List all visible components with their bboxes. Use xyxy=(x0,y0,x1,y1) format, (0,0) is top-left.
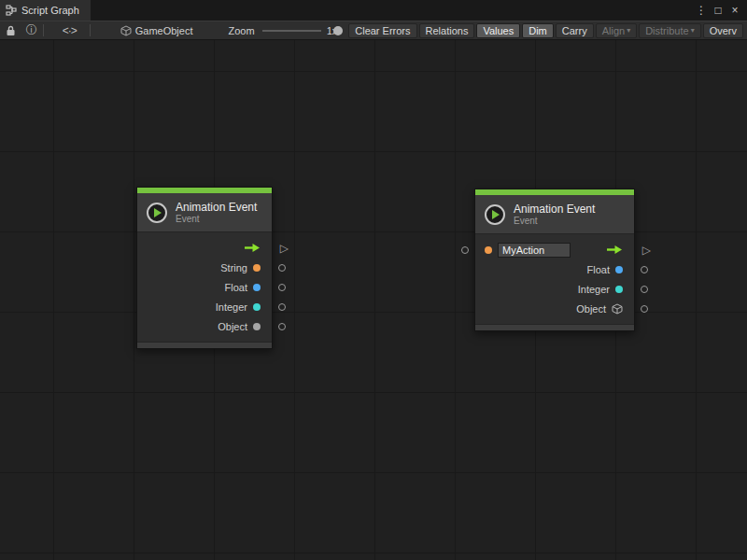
clear-errors-button[interactable]: Clear Errors xyxy=(348,23,416,38)
name-port-dot xyxy=(485,246,492,254)
port-row-object: Object xyxy=(137,316,272,336)
tab-script-graph[interactable]: Script Graph xyxy=(0,0,91,21)
port-label-object: Object xyxy=(218,321,247,332)
node-body: ▷ String Float Integer xyxy=(137,232,272,342)
graph-icon xyxy=(6,5,17,16)
distribute-button[interactable]: Distribute▾ xyxy=(639,23,700,38)
event-icon xyxy=(147,203,167,223)
close-icon[interactable]: × xyxy=(728,4,741,17)
integer-output-port[interactable] xyxy=(641,286,648,293)
float-port-dot xyxy=(615,266,623,273)
flow-arrow-icon xyxy=(606,245,623,255)
carry-button[interactable]: Carry xyxy=(556,23,594,38)
float-port-dot xyxy=(253,284,261,291)
play-icon xyxy=(492,210,500,219)
graph-toolbar: ⓘ <·> GameObject Zoom 1x Clear Errors Re… xyxy=(0,21,747,40)
flow-arrow-icon xyxy=(244,243,261,253)
string-output-port[interactable] xyxy=(278,264,286,272)
port-row-float: Float xyxy=(137,277,272,297)
node-subtitle: Event xyxy=(514,216,595,227)
zoom-slider[interactable] xyxy=(262,26,321,35)
graph-canvas[interactable]: Animation Event Event ▷ String Floa xyxy=(0,40,747,560)
node-header: Animation Event Event xyxy=(475,195,634,234)
node-animation-event-2[interactable]: Animation Event Event ▷ Float xyxy=(474,189,635,331)
play-icon xyxy=(154,208,162,217)
toolbar-divider xyxy=(43,24,44,36)
port-label-string: String xyxy=(220,262,247,273)
tab-title: Script Graph xyxy=(21,5,79,16)
overview-button[interactable]: Overv xyxy=(703,23,743,38)
node-subtitle: Event xyxy=(176,214,257,225)
object-cube-icon xyxy=(612,303,623,315)
port-row-flow: ▷ xyxy=(137,238,272,258)
zoom-slider-knob[interactable] xyxy=(333,26,343,35)
event-name-field[interactable] xyxy=(498,243,571,258)
port-label-object: Object xyxy=(576,303,606,315)
gameobject-label[interactable]: GameObject xyxy=(135,25,193,36)
lock-icon[interactable] xyxy=(6,25,17,36)
port-label-integer: Integer xyxy=(216,301,247,313)
node-header: Animation Event Event xyxy=(137,193,272,232)
port-label-float: Float xyxy=(225,282,247,293)
node-footer xyxy=(475,324,634,330)
name-input-port[interactable] xyxy=(461,246,469,254)
node-animation-event-1[interactable]: Animation Event Event ▷ String Floa xyxy=(136,187,273,349)
object-output-port[interactable] xyxy=(641,305,648,313)
event-icon xyxy=(485,204,505,225)
port-row-float: Float xyxy=(475,259,634,279)
object-output-port[interactable] xyxy=(278,323,286,330)
integer-port-dot xyxy=(253,303,261,311)
node-title: Animation Event xyxy=(514,203,595,216)
zoom-label: Zoom xyxy=(228,25,254,36)
port-row-string: String xyxy=(137,258,272,277)
node-body: ▷ Float Integer Object xyxy=(475,234,634,324)
port-label-float: Float xyxy=(587,264,610,275)
port-label-integer: Integer xyxy=(578,284,610,295)
integer-output-port[interactable] xyxy=(278,303,286,311)
flow-output-port[interactable]: ▷ xyxy=(642,245,651,256)
node-title: Animation Event xyxy=(176,201,257,214)
code-brackets-icon[interactable]: <·> xyxy=(63,24,77,37)
node-titles: Animation Event Event xyxy=(514,203,595,227)
relations-button[interactable]: Relations xyxy=(419,23,475,38)
float-output-port[interactable] xyxy=(641,266,648,273)
port-row-name-flow: ▷ xyxy=(475,240,634,259)
script-graph-window: Script Graph ⋮ □ × ⓘ <·> GameObject Zoom… xyxy=(0,0,747,560)
maximize-icon[interactable]: □ xyxy=(712,4,725,17)
info-icon[interactable]: ⓘ xyxy=(26,22,37,38)
window-menu-icon[interactable]: ⋮ xyxy=(695,4,708,17)
node-titles: Animation Event Event xyxy=(176,201,257,225)
dropdown-arrow-icon: ▾ xyxy=(627,27,630,35)
titlebar: Script Graph ⋮ □ × xyxy=(0,0,747,21)
float-output-port[interactable] xyxy=(278,284,286,291)
toolbar-divider xyxy=(90,24,91,36)
values-button[interactable]: Values xyxy=(476,23,520,38)
node-footer xyxy=(137,342,272,348)
string-port-dot xyxy=(253,264,261,272)
dropdown-arrow-icon: ▾ xyxy=(691,27,695,35)
port-row-object: Object xyxy=(475,299,634,318)
port-row-integer: Integer xyxy=(475,279,634,299)
object-port-dot xyxy=(253,323,261,330)
zoom-slider-track xyxy=(262,30,321,32)
flow-output-port[interactable]: ▷ xyxy=(280,243,289,254)
integer-port-dot xyxy=(615,286,623,293)
port-row-integer: Integer xyxy=(137,297,272,316)
dim-button[interactable]: Dim xyxy=(522,23,554,38)
align-button[interactable]: Align▾ xyxy=(596,23,637,38)
window-controls: ⋮ □ × xyxy=(695,0,747,21)
gameobject-icon xyxy=(120,25,132,36)
